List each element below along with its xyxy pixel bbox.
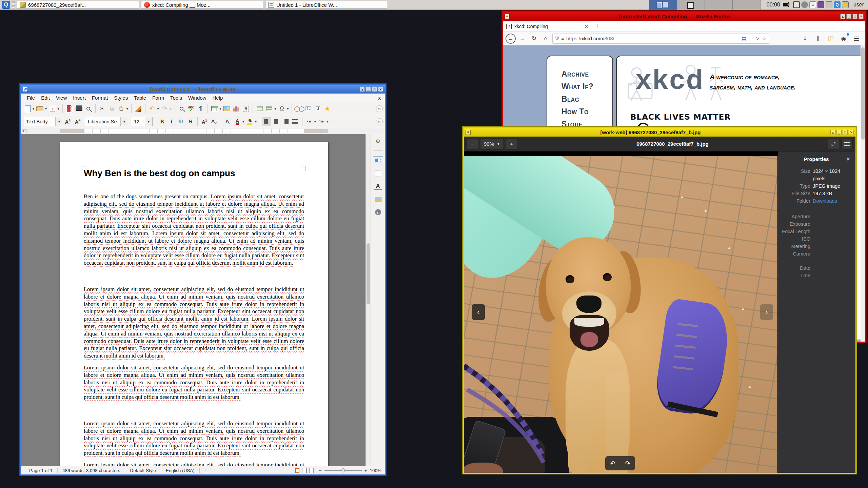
update-style-button[interactable]: A↻ (64, 117, 73, 126)
status-language[interactable]: English (USA) (161, 468, 199, 473)
align-center-button[interactable] (272, 117, 281, 126)
superscript-button[interactable]: A2 (200, 117, 209, 126)
toolbar-overflow-icon[interactable]: » (376, 118, 383, 125)
menu-table[interactable]: Table (131, 95, 149, 101)
back-icon[interactable]: ← (506, 34, 516, 44)
downloads-icon[interactable]: ⭣ (800, 34, 810, 43)
next-image-button[interactable]: › (760, 304, 773, 320)
home-icon[interactable]: ⌂ (541, 34, 550, 43)
sidebar-tab-styles[interactable]: A (374, 183, 382, 190)
writer-titlebar[interactable]: W [work] Untitled 1 - LibreOffice Writer… (21, 85, 385, 94)
insert-textbox-button[interactable]: A (241, 104, 250, 113)
highlight-color-button[interactable]: ✎ (245, 117, 254, 126)
account-icon[interactable]: ◉ (839, 34, 848, 43)
workspace-3[interactable] (705, 0, 733, 10)
status-zoom-level[interactable]: 100% (370, 468, 381, 473)
justify-button[interactable] (291, 117, 300, 126)
insert-mode-icon[interactable]: I_ (200, 468, 213, 473)
align-left-button[interactable] (262, 117, 271, 126)
minimize-button[interactable]: ▁ (846, 14, 851, 19)
unsaved-changes-icon[interactable]: ⤓ (213, 468, 225, 473)
battery-tray-icon[interactable]: ⚡ (842, 1, 849, 8)
library-icon[interactable]: ⫼ (813, 34, 823, 43)
taskbar-window-firefox[interactable]: xkcd: Compiling __ Moz... (141, 1, 263, 9)
document-close-icon[interactable]: x (378, 95, 382, 101)
print-button[interactable] (75, 104, 83, 113)
insert-footnote-button[interactable]: 1- (304, 104, 313, 113)
reader-mode-icon[interactable]: ▤ (742, 36, 746, 41)
close-button[interactable]: ✕ (859, 14, 864, 19)
tab-close-icon[interactable]: ✕ (585, 24, 588, 29)
zoom-in-button[interactable]: + (506, 139, 517, 149)
url-bar[interactable]: ⛨ 🔒︎ https://xkcd.com/303/ ▤ ⋯ ⛛ ☆ (552, 34, 769, 44)
document-heading[interactable]: Why Ben is the best dog on campus (84, 168, 304, 179)
insert-field-button[interactable] (265, 104, 274, 113)
subscript-button[interactable]: A2 (210, 117, 218, 126)
viewer-menu-hamburger-icon[interactable] (841, 139, 853, 149)
pocket-shield-icon[interactable]: ⛛ (756, 36, 760, 41)
single-page-view-icon[interactable] (295, 468, 299, 473)
xkcd-nav-whatif[interactable]: What If? (561, 80, 612, 93)
menu-insert[interactable]: Insert (70, 95, 89, 101)
workspace-2[interactable] (677, 0, 705, 10)
taskbar-window-image-viewer[interactable]: 6968727080_29ecef8af... (17, 1, 139, 9)
menu-window[interactable]: Window (185, 95, 209, 101)
network-tray-icon[interactable] (793, 1, 800, 8)
tabstop-selector[interactable]: L (22, 129, 26, 133)
new-style-button[interactable]: A+ (73, 117, 82, 126)
cut-icon[interactable]: ✂ (98, 104, 107, 113)
new-tab-button[interactable]: + (592, 21, 602, 32)
status-word-count[interactable]: 486 words, 3,098 characters (58, 468, 125, 473)
multi-page-view-icon[interactable] (302, 468, 307, 473)
xkcd-nav-blag[interactable]: Blag (561, 93, 612, 105)
maximize-button[interactable]: □ (372, 87, 377, 92)
firefox-titlebar[interactable]: ▼ [untrusted] xkcd: Compiling __ Mozilla… (503, 12, 865, 21)
undo-icon[interactable]: ↶ (148, 104, 157, 113)
menu-styles[interactable]: Styles (111, 95, 131, 101)
strikethrough-button[interactable]: S (186, 117, 195, 126)
italic-button[interactable]: I (167, 117, 176, 126)
new-document-button[interactable] (23, 104, 32, 113)
book-view-icon[interactable] (309, 468, 314, 473)
xkcd-logo[interactable]: xkcd (636, 66, 705, 93)
menu-format[interactable]: Format (89, 95, 111, 101)
zoom-out-icon[interactable]: − (319, 468, 322, 473)
zoom-slider[interactable] (324, 470, 362, 471)
clipboard-tray-icon[interactable]: ≡ (809, 1, 816, 8)
keyring-tray-icon[interactable] (801, 1, 808, 8)
minimize-button[interactable]: ▁ (366, 87, 371, 92)
export-pdf-button[interactable] (65, 104, 74, 113)
save-button[interactable]: ↓ (48, 104, 57, 113)
xkcd-nav-howto[interactable]: How To (561, 105, 612, 118)
formatting-marks-button[interactable]: ¶ (196, 104, 205, 113)
document-paragraph[interactable]: Lorem ipsum dolor sit amet, consectetur … (84, 461, 304, 466)
maximize-button[interactable]: □ (843, 130, 848, 135)
viewer-titlebar[interactable]: ▼ [work-web] 6968727080_29ecef8af7_b.jpg… (464, 128, 855, 137)
rotate-right-icon[interactable]: ↷ (625, 459, 630, 467)
document-paragraph[interactable]: Lorem ipsum dolor sit amet, consectetur … (84, 286, 304, 360)
zoom-in-icon[interactable]: + (364, 468, 367, 473)
clone-formatting-button[interactable] (134, 104, 143, 113)
status-page-count[interactable]: Page 1 of 1 (24, 468, 57, 473)
align-right-button[interactable] (281, 117, 290, 126)
menu-view[interactable]: View (53, 95, 70, 101)
insert-endnote-button[interactable]: -i (313, 104, 322, 113)
properties-close-icon[interactable]: ✕ (845, 157, 851, 162)
insert-chart-button[interactable] (232, 104, 241, 113)
sidebar-tab-gallery[interactable] (374, 196, 382, 203)
tab-xkcd[interactable]: xkcd: Compiling ✕ (503, 21, 592, 32)
document-page[interactable]: Why Ben is the best dog on campus Ben is… (60, 142, 328, 466)
minimize-button[interactable]: ▁ (836, 130, 842, 135)
scrollbar-thumb[interactable] (367, 243, 370, 304)
menu-tools[interactable]: Tools (167, 95, 185, 101)
forward-icon[interactable]: → (518, 34, 527, 43)
fullscreen-icon[interactable]: ⤢ (828, 139, 839, 149)
xkcd-nav-archive[interactable]: Archive (561, 68, 612, 80)
document-paragraph[interactable]: Lorem ipsum dolor sit amet, consectetur … (84, 420, 304, 457)
paste-button[interactable]: 📋︎ (117, 104, 126, 113)
insert-bookmark-button[interactable]: ★ (323, 104, 332, 113)
spellcheck-button[interactable]: abc✓ (187, 104, 196, 113)
shade-button[interactable]: ▲ (830, 130, 835, 135)
close-button[interactable]: ✕ (849, 130, 854, 135)
insert-image-button[interactable] (222, 104, 231, 113)
